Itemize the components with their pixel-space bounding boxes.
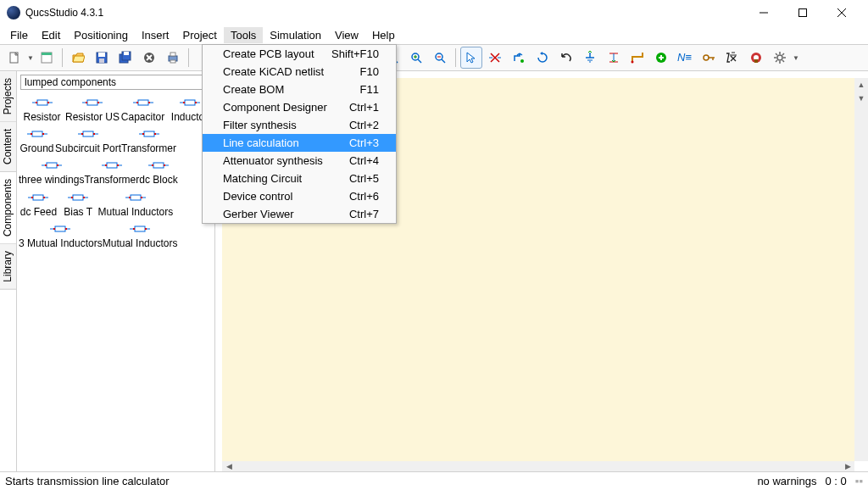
cursor-button[interactable] (460, 47, 482, 69)
component-mutual-inductors[interactable]: Mutual Inductors (103, 220, 178, 251)
svg-rect-80 (183, 102, 185, 103)
minimize-button[interactable] (744, 0, 783, 25)
component-label: Transformer (84, 175, 139, 186)
svg-rect-71 (97, 102, 99, 103)
app-title: QucsStudio 4.3.1 (25, 7, 103, 19)
component-label: three windings (19, 175, 84, 186)
svg-rect-9 (99, 58, 104, 63)
svg-rect-101 (57, 164, 58, 166)
settings-button[interactable] (769, 47, 791, 69)
side-tab-content[interactable]: Content (0, 122, 16, 172)
component-dc-block[interactable]: dc Block (139, 156, 177, 187)
menu-item-shortcut: Ctrl+4 (349, 154, 379, 167)
menu-item-shortcut: Shift+F10 (331, 47, 379, 60)
insert-ground-button[interactable] (579, 47, 601, 69)
svg-rect-120 (71, 197, 73, 198)
zoom-out-button[interactable] (429, 47, 451, 69)
component-transformer[interactable]: Transformer (121, 125, 176, 156)
menu-positioning[interactable]: Positioning (67, 27, 135, 43)
side-tab-components[interactable]: Components (0, 172, 16, 244)
svg-rect-134 (135, 226, 145, 231)
menu-item-label: Device control (223, 190, 292, 203)
formula-button[interactable] (721, 47, 743, 69)
tools-menu-item[interactable]: Device controlCtrl+6 (203, 187, 396, 205)
tools-menu-item[interactable]: Attenuator synthesisCtrl+4 (203, 152, 396, 170)
tools-menu-item[interactable]: Matching CircuitCtrl+5 (203, 170, 396, 187)
menu-tools[interactable]: Tools (224, 27, 263, 43)
tools-menu-item[interactable]: Component DesignerCtrl+1 (203, 98, 396, 116)
svg-rect-110 (152, 164, 153, 166)
open-button[interactable] (67, 47, 89, 69)
component-transformer[interactable]: Transformer (84, 156, 139, 187)
component-icon (26, 190, 50, 205)
menu-view[interactable]: View (328, 27, 365, 43)
component-mutual-inductors[interactable]: Mutual Inductors (98, 188, 174, 220)
save-button[interactable] (91, 47, 113, 69)
menu-item-label: Attenuator synthesis (223, 154, 323, 167)
undo-button[interactable] (555, 47, 577, 69)
key-button[interactable] (698, 47, 720, 69)
svg-rect-18 (170, 60, 175, 63)
tools-menu-item[interactable]: Line calculationCtrl+3 (203, 134, 396, 152)
tools-menu-item[interactable]: Create BOMF11 (203, 81, 396, 98)
stats-icon: ▪▪ (855, 475, 863, 487)
close-button[interactable] (822, 0, 861, 25)
component-icon (48, 221, 72, 237)
component-resistor-us[interactable]: Resistor US (65, 93, 120, 125)
save-all-button[interactable] (114, 47, 136, 69)
side-tab-library[interactable]: Library (0, 244, 16, 290)
menu-item-label: Component Designer (223, 101, 327, 114)
component-icon (25, 126, 49, 142)
svg-rect-74 (138, 100, 148, 105)
tools-menu-item[interactable]: Create KiCAD netlistF10 (203, 63, 396, 81)
menu-file[interactable]: File (3, 27, 35, 43)
svg-line-60 (782, 53, 784, 55)
svg-rect-70 (86, 102, 87, 103)
component-dc-feed[interactable]: dc Feed (19, 188, 58, 220)
tools-menu-item[interactable]: Filter synthesisCtrl+2 (203, 116, 396, 134)
component-icon (178, 95, 202, 110)
component-bias-t[interactable]: Bias T (58, 188, 98, 220)
menu-edit[interactable]: Edit (35, 27, 67, 43)
loop-button[interactable] (531, 47, 554, 69)
menu-simulation[interactable]: Simulation (263, 27, 328, 43)
svg-rect-66 (47, 102, 49, 103)
status-text: Starts transmission line calculator (5, 475, 170, 487)
close-doc-button[interactable] (138, 47, 160, 69)
menu-item-shortcut: Ctrl+1 (349, 101, 379, 114)
maximize-button[interactable] (783, 0, 822, 25)
horizontal-scrollbar[interactable]: ◀▶ (222, 461, 854, 471)
label-button[interactable]: N≡ (674, 47, 696, 69)
menu-project[interactable]: Project (175, 27, 223, 43)
zoom-in-button[interactable] (405, 47, 427, 69)
add-equation-button[interactable] (650, 47, 672, 69)
svg-rect-106 (117, 164, 119, 166)
component-resistor[interactable]: Resistor (19, 93, 65, 125)
insert-port-button[interactable] (603, 47, 625, 69)
component-3-mutual-inductors[interactable]: 3 Mutual Inductors (19, 220, 103, 251)
print-button[interactable] (162, 47, 184, 69)
template-button[interactable] (36, 47, 58, 69)
component-capacitor[interactable]: Capacitor (120, 93, 166, 125)
svg-rect-121 (83, 197, 85, 198)
component-label: Mutual Inductors (98, 207, 174, 218)
svg-rect-6 (42, 53, 52, 55)
tools-menu-item[interactable]: Create PCB layoutShift+F10 (203, 45, 396, 63)
settings-dropdown-icon[interactable]: ▼ (793, 54, 799, 62)
component-category-select[interactable]: lumped components (20, 75, 211, 90)
new-dropdown-icon[interactable]: ▼ (27, 54, 34, 62)
menu-insert[interactable]: Insert (135, 27, 176, 43)
wire-button[interactable] (626, 47, 648, 69)
component-ground[interactable]: Ground (19, 125, 55, 156)
component-three-windings[interactable]: three windings (19, 156, 84, 187)
delete-button[interactable] (745, 47, 767, 69)
delete-wire-button[interactable] (484, 47, 506, 69)
component-label: Ground (20, 143, 54, 154)
tools-menu-item[interactable]: Gerber ViewerCtrl+7 (203, 205, 396, 223)
side-tab-projects[interactable]: Projects (0, 71, 16, 122)
vertical-scrollbar[interactable]: ▲▼ (854, 78, 868, 461)
menu-help[interactable]: Help (365, 27, 402, 43)
step-button[interactable] (508, 47, 530, 69)
component-subcircuit-port[interactable]: Subcircuit Port (55, 125, 121, 156)
new-file-button[interactable] (3, 47, 25, 69)
